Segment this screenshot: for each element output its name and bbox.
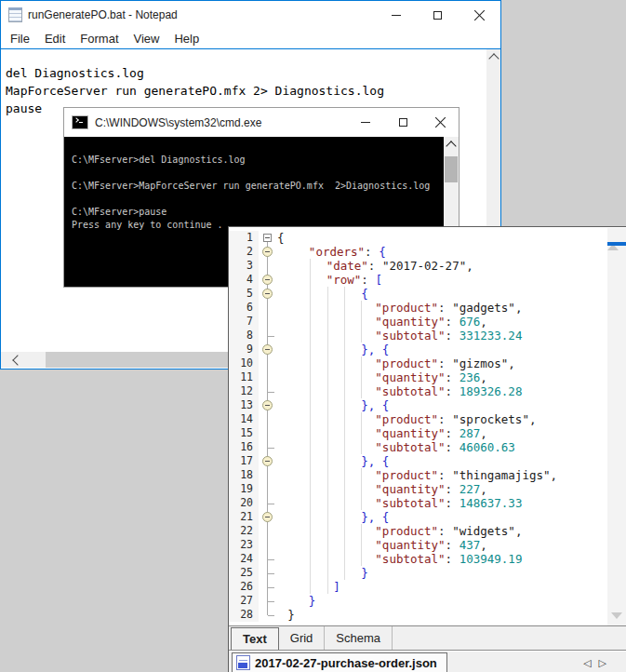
desktop: { "accent_color": "#0078d7", "notepad": … [0,0,626,672]
cmd-window-title: C:\WINDOWS\system32\cmd.exe [95,116,261,129]
line-number: 7 [229,315,259,329]
line-number: 11 [229,370,259,384]
fold-guide [259,524,277,538]
code-line: 15"quantity": 287, [229,426,626,440]
scroll-position-marker [607,242,626,246]
line-number: 17 [229,454,259,468]
notepad-minimize-button[interactable] [375,1,417,29]
fold-guide [259,580,277,594]
fold-guide [259,594,277,608]
fold-guide [259,496,277,510]
line-number: 13 [229,398,259,412]
fold-guide [259,315,277,329]
code-text: "subtotal": 331233.24 [277,329,626,343]
line-number: 22 [229,524,259,538]
cmd-minimize-button[interactable] [347,108,384,137]
code-line: 24"subtotal": 103949.19 [229,552,626,566]
maximize-icon [399,118,407,127]
json-editor-window: 1{2"orders": {3"date": "2017-02-27",4"ro… [228,226,626,672]
fold-guide [259,440,277,454]
menu-item-edit[interactable]: Edit [37,32,73,46]
cmd-close-button[interactable] [421,108,459,137]
code-line: 25} [229,566,626,580]
code-text: { [277,231,626,245]
menu-item-format[interactable]: Format [73,32,126,46]
line-number: 16 [229,440,259,454]
fold-toggle-icon[interactable] [259,245,277,259]
file-tab[interactable]: 2017-02-27-purchase-order.json [232,652,447,672]
json-text-view[interactable]: 1{2"orders": {3"date": "2017-02-27",4"ro… [229,227,626,626]
code-text: ] [277,580,626,594]
minimize-icon [361,122,370,123]
fold-guide [259,259,277,273]
line-number: 1 [229,231,259,245]
line-number: 9 [229,343,259,356]
notepad-close-button[interactable] [459,1,500,29]
line-number: 21 [229,510,259,524]
notepad-icon [8,7,22,22]
cmd-icon [72,115,88,129]
menu-item-file[interactable]: File [3,32,37,46]
line-number: 24 [229,552,259,566]
notepad-titlebar[interactable]: runGeneratePO.bat - Notepad [1,1,500,29]
menu-item-view[interactable]: View [127,32,167,46]
view-tab-schema[interactable]: Schema [325,626,393,650]
cmd-titlebar[interactable]: C:\WINDOWS\system32\cmd.exe [64,108,459,137]
fold-toggle-icon[interactable] [259,343,277,356]
fold-guide [259,482,277,496]
code-line: 13}, { [229,398,626,412]
scroll-up-icon [607,228,619,250]
code-text: "date": "2017-02-27", [277,259,626,273]
notepad-window-title: runGeneratePO.bat - Notepad [28,8,178,21]
code-line: 14"product": "sprockets", [229,412,626,426]
code-text: "product": "widgets", [277,524,626,538]
code-line: 2"orders": { [229,245,626,259]
view-tab-grid[interactable]: Grid [279,626,326,650]
scroll-up-icon [488,53,499,63]
json-file-icon [236,655,250,670]
file-tab-bar: 2017-02-27-purchase-order.json ◁ ▷ [229,650,626,672]
fold-toggle-icon[interactable] [259,287,277,301]
fold-toggle-icon[interactable] [259,454,277,468]
code-text: } [277,608,626,622]
view-tab-text[interactable]: Text [231,627,279,650]
line-number: 26 [229,580,259,594]
editor-vertical-scrollbar[interactable] [607,228,626,625]
next-file-tab-button[interactable]: ▷ [599,658,606,668]
code-text: "quantity": 676, [277,315,626,329]
line-number: 28 [229,608,259,622]
fold-guide [259,356,277,370]
code-line: 1{ [229,231,626,245]
file-tab-label: 2017-02-27-purchase-order.json [255,656,437,670]
code-text: } [277,566,626,580]
line-number: 12 [229,384,259,398]
minimize-icon [392,15,401,16]
code-line: 9}, { [229,343,626,356]
code-text: "subtotal": 148637.33 [277,496,626,510]
code-text: }, { [277,454,626,468]
close-icon [434,116,446,128]
code-line: 28} [229,608,626,622]
fold-toggle-icon[interactable] [259,398,277,412]
cmd-maximize-button[interactable] [384,108,421,137]
fold-toggle-icon[interactable] [259,273,277,287]
fold-guide [259,426,277,440]
code-line: 26] [229,580,626,594]
code-line: 3"date": "2017-02-27", [229,259,626,273]
line-number: 15 [229,426,259,440]
line-number: 5 [229,287,259,301]
prev-file-tab-button[interactable]: ◁ [583,658,591,668]
line-number: 6 [229,301,259,315]
code-line: 21}, { [229,510,626,524]
code-line: 5{ [229,287,626,301]
menu-item-help[interactable]: Help [166,32,206,46]
vertical-scroll-thumb[interactable] [445,156,458,182]
line-number: 4 [229,273,259,287]
scroll-down-icon [611,612,622,619]
code-text: "quantity": 236, [277,370,626,384]
line-number: 3 [229,259,259,273]
line-number: 19 [229,482,259,496]
fold-toggle-icon[interactable] [259,231,277,245]
fold-toggle-icon[interactable] [259,510,277,524]
notepad-maximize-button[interactable] [417,1,459,29]
